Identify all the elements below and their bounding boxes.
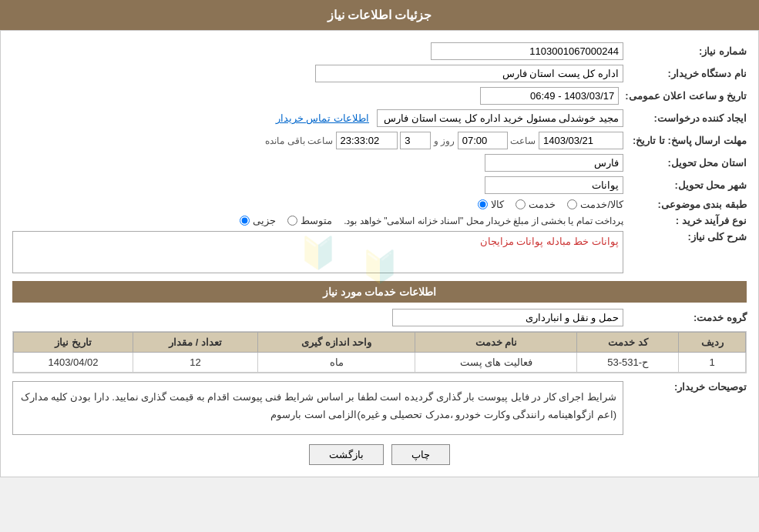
- print-button[interactable]: چاپ: [391, 444, 450, 465]
- deadline-remaining-label: ساعت باقی مانده: [265, 136, 333, 146]
- services-section-header: اطلاعات خدمات مورد نیاز: [12, 281, 747, 303]
- col-code: کد خدمت: [577, 333, 679, 353]
- col-name: نام خدمت: [415, 333, 577, 353]
- purchase-medium-label: متوسط: [301, 215, 332, 226]
- creator-input[interactable]: [377, 109, 623, 127]
- deadline-row: مهلت ارسال پاسخ: تا تاریخ: ساعت روز و سا…: [12, 132, 747, 149]
- category-radio3[interactable]: [567, 199, 577, 209]
- announce-date-input[interactable]: [480, 87, 619, 105]
- province-row: استان محل تحویل:: [12, 154, 747, 172]
- description-row: شرح کلی نیاز: پوانات خط مبادله پوانات مز…: [12, 231, 747, 273]
- city-label: شهر محل تحویل:: [623, 179, 747, 191]
- buyer-notes-box: شرایط اجرای کار در فایل پیوست بار گذاری …: [12, 381, 623, 435]
- purchase-radio-partial: جزیی: [240, 215, 276, 226]
- creator-row: ایجاد کننده درخواست: اطلاعات تماس خریدار: [12, 109, 747, 127]
- service-group-input[interactable]: [392, 309, 623, 326]
- deadline-date-input[interactable]: [539, 132, 623, 149]
- buyer-notes-row: توصیحات خریدار: شرایط اجرای کار در فایل …: [12, 381, 747, 435]
- purchase-type-row: نوع فرآیند خرید : پرداخت تمام یا بخشی از…: [12, 215, 747, 226]
- province-label: استان محل تحویل:: [623, 157, 747, 169]
- services-table: ردیف کد خدمت نام خدمت واحد اندازه گیری ت…: [13, 332, 746, 373]
- category-radio-group: کالا/خدمت خدمت کالا: [478, 199, 623, 210]
- category-radio2[interactable]: [516, 199, 526, 209]
- category-radio-kala-khidmat: کالا/خدمت: [567, 199, 623, 210]
- city-row: شهر محل تحویل:: [12, 176, 747, 194]
- purchase-radio1[interactable]: [240, 216, 250, 226]
- category-kala-label: کالا: [491, 199, 504, 210]
- order-number-row: شماره نیاز:: [12, 42, 747, 60]
- page-header: جزئیات اطلاعات نیاز: [0, 0, 759, 30]
- main-container: جزئیات اطلاعات نیاز شماره نیاز: نام دستگ…: [0, 0, 759, 477]
- announce-date-label: تاریخ و ساعت اعلان عمومی:: [619, 90, 747, 102]
- table-row: 1ح-531-53فعالیت های پستماه121403/04/02: [14, 353, 746, 373]
- category-kala-khidmat-label: کالا/خدمت: [580, 199, 623, 210]
- col-row: ردیف: [679, 333, 746, 353]
- buyer-notes-text: شرایط اجرای کار در فایل پیوست بار گذاری …: [21, 391, 616, 420]
- deadline-time-input[interactable]: [458, 132, 508, 149]
- buyer-org-label: نام دستگاه خریدار:: [623, 68, 747, 79]
- province-input[interactable]: [485, 154, 623, 172]
- back-button[interactable]: بازگشت: [309, 444, 384, 465]
- col-date: تاریخ نیاز: [14, 333, 133, 353]
- announce-date-row: تاریخ و ساعت اعلان عمومی:: [12, 87, 747, 105]
- deadline-remaining-input[interactable]: [336, 132, 398, 149]
- buyer-org-row: نام دستگاه خریدار:: [12, 65, 747, 82]
- category-radio-kala: کالا: [478, 199, 504, 210]
- deadline-day-label: روز و: [434, 136, 455, 146]
- description-box: پوانات خط مبادله پوانات مزایجان 🔰: [12, 231, 623, 273]
- contact-link[interactable]: اطلاعات تماس خریدار: [276, 112, 369, 124]
- purchase-radio-group: پرداخت تمام یا بخشی از مبلغ خریدار محل "…: [240, 215, 623, 226]
- category-label: طبقه بندی موضوعی:: [623, 199, 747, 210]
- purchase-type-label: نوع فرآیند خرید :: [623, 215, 747, 226]
- category-radio-khidmat: خدمت: [516, 199, 556, 210]
- service-group-label: گروه خدمت:: [623, 312, 747, 323]
- page-title: جزئیات اطلاعات نیاز: [327, 8, 432, 22]
- category-radio1[interactable]: [478, 199, 488, 209]
- order-number-input[interactable]: [431, 42, 623, 60]
- buyer-notes-label: توصیحات خریدار:: [623, 381, 747, 393]
- city-input[interactable]: [485, 176, 623, 194]
- category-row: طبقه بندی موضوعی: کالا/خدمت خدمت کالا: [12, 199, 747, 210]
- purchase-note-text: پرداخت تمام یا بخشی از مبلغ خریدار محل "…: [344, 216, 623, 226]
- col-unit: واحد اندازه گیری: [258, 333, 415, 353]
- purchase-radio-medium: متوسط: [287, 215, 332, 226]
- watermark: 🔰: [299, 234, 338, 270]
- purchase-radio2[interactable]: [287, 216, 297, 226]
- buyer-org-input[interactable]: [315, 65, 623, 82]
- description-label: شرح کلی نیاز:: [623, 231, 747, 243]
- deadline-days-input[interactable]: [400, 132, 431, 149]
- deadline-time-label: ساعت: [510, 136, 536, 146]
- order-number-label: شماره نیاز:: [623, 45, 747, 57]
- description-text: پوانات خط مبادله پوانات مزایجان: [480, 236, 619, 247]
- creator-label: ایجاد کننده درخواست:: [623, 112, 747, 124]
- content-area: شماره نیاز: نام دستگاه خریدار: تاریخ و س…: [0, 30, 759, 477]
- category-khidmat-label: خدمت: [529, 199, 556, 210]
- services-table-container: ردیف کد خدمت نام خدمت واحد اندازه گیری ت…: [12, 331, 747, 373]
- service-group-row: گروه خدمت:: [12, 309, 747, 326]
- bottom-buttons: چاپ بازگشت: [12, 444, 747, 465]
- purchase-partial-label: جزیی: [253, 215, 276, 226]
- col-quantity: تعداد / مقدار: [133, 333, 257, 353]
- deadline-label: مهلت ارسال پاسخ: تا تاریخ:: [623, 135, 747, 146]
